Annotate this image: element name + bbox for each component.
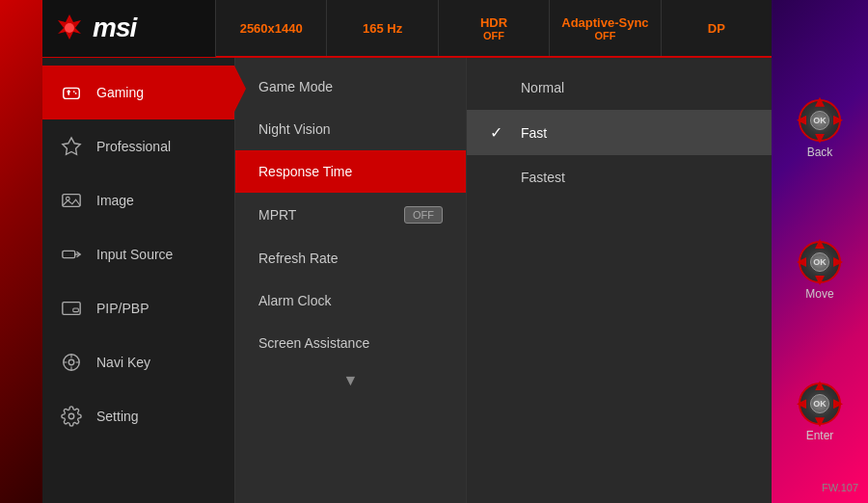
bg-left-decoration — [0, 0, 42, 503]
image-icon — [58, 187, 85, 214]
professional-icon — [58, 133, 85, 160]
logo-area: msi — [42, 0, 216, 57]
sidebar-pip-pbp-label: PIP/PBP — [96, 301, 149, 316]
stat-adaptive-sync-value: Adaptive-Sync — [561, 15, 648, 30]
stat-resolution: 2560x1440 — [216, 0, 327, 56]
move-label: Move — [805, 287, 833, 301]
sidebar-item-navi-key[interactable]: Navi Key — [42, 335, 234, 389]
sidebar-gaming-label: Gaming — [96, 85, 144, 100]
move-button[interactable]: OK Move — [799, 241, 841, 301]
sidebar-item-setting[interactable]: Setting — [42, 389, 234, 443]
menu-alarm-clock[interactable]: Alarm Clock — [235, 279, 466, 322]
stat-hdr-sub: OFF — [483, 30, 504, 41]
firmware-version: FW.107 — [822, 482, 858, 493]
menu-mprt-label: MPRT — [258, 207, 296, 223]
enter-button[interactable]: OK Enter — [799, 383, 841, 442]
sidebar-image-label: Image — [96, 193, 134, 208]
move-dpad-right — [833, 257, 843, 267]
svg-point-16 — [68, 359, 74, 365]
gaming-icon — [58, 79, 85, 106]
stat-input-value: DP — [708, 21, 725, 36]
option-normal-check — [490, 79, 509, 96]
sidebar-item-gaming[interactable]: Gaming — [42, 66, 234, 119]
sidebar-setting-label: Setting — [96, 409, 139, 424]
option-fast-check: ✓ — [490, 123, 509, 142]
move-dpad: OK — [799, 241, 841, 283]
menu-alarm-clock-label: Alarm Clock — [258, 293, 331, 308]
stat-hdr: HDR OFF — [439, 0, 550, 56]
back-dpad: OK — [799, 99, 841, 142]
msi-dragon-icon — [54, 13, 85, 43]
stat-adaptive-sync-sub: OFF — [594, 30, 615, 41]
stat-hdr-value: HDR — [480, 15, 507, 30]
header-stats: 2560x1440 165 Hz HDR OFF Adaptive-Sync O… — [216, 0, 772, 56]
move-dpad-ring: OK — [799, 241, 841, 283]
stat-refresh-value: 165 Hz — [363, 21, 402, 36]
move-dpad-left — [797, 257, 806, 267]
option-fast-label: Fast — [521, 125, 547, 141]
right-panel: Normal ✓ Fast Fastest — [467, 58, 772, 503]
sidebar-input-source-label: Input Source — [96, 247, 173, 262]
svg-point-6 — [73, 91, 75, 93]
enter-dpad: OK — [799, 383, 841, 425]
navi-key-icon — [58, 349, 85, 376]
svg-rect-11 — [63, 251, 75, 257]
middle-panel: Game Mode Night Vision Response Time MPR… — [235, 58, 467, 503]
svg-rect-2 — [64, 88, 80, 98]
sidebar-item-input-source[interactable]: Input Source — [42, 227, 234, 281]
pip-pbp-icon — [58, 295, 85, 322]
option-normal[interactable]: Normal — [467, 66, 772, 110]
svg-point-21 — [68, 413, 74, 419]
option-fastest-label: Fastest — [521, 170, 565, 185]
sidebar-item-professional[interactable]: Professional — [42, 119, 234, 173]
option-fastest-check — [490, 169, 509, 186]
svg-point-1 — [65, 23, 74, 33]
enter-dpad-ring: OK — [799, 383, 841, 425]
option-fastest[interactable]: Fastest — [467, 155, 772, 199]
menu-night-vision[interactable]: Night Vision — [235, 108, 466, 150]
menu-night-vision-label: Night Vision — [258, 121, 330, 137]
svg-point-7 — [75, 93, 77, 94]
menu-mprt[interactable]: MPRT OFF — [235, 193, 466, 237]
sidebar: Gaming Professional — [42, 58, 235, 503]
back-dpad-ring: OK — [799, 99, 841, 142]
stat-input: DP — [662, 0, 772, 56]
back-dpad-left — [797, 116, 806, 125]
sidebar-item-image[interactable]: Image — [42, 173, 234, 227]
menu-screen-assistance-label: Screen Assistance — [258, 335, 369, 351]
enter-label: Enter — [806, 429, 834, 442]
scroll-down-arrow[interactable]: ▼ — [235, 364, 466, 397]
msi-brand-text: msi — [93, 13, 136, 43]
move-dpad-center: OK — [810, 252, 829, 272]
enter-dpad-center: OK — [810, 394, 829, 413]
back-dpad-right — [833, 116, 843, 125]
controls-sidebar: OK Back OK Move OK Enter FW.107 — [772, 0, 868, 503]
menu-response-time[interactable]: Response Time — [235, 150, 466, 193]
menu-game-mode-label: Game Mode — [258, 79, 333, 94]
back-dpad-center: OK — [810, 111, 829, 130]
svg-marker-8 — [63, 138, 80, 154]
menu-game-mode[interactable]: Game Mode — [235, 66, 466, 108]
stat-adaptive-sync: Adaptive-Sync OFF — [550, 0, 661, 56]
back-label: Back — [807, 146, 833, 159]
input-source-icon — [58, 241, 85, 268]
sidebar-navi-key-label: Navi Key — [96, 355, 150, 370]
option-normal-label: Normal — [521, 80, 564, 95]
setting-icon — [58, 403, 85, 430]
menu-refresh-rate[interactable]: Refresh Rate — [235, 237, 466, 279]
stat-refresh: 165 Hz — [327, 0, 438, 56]
back-button[interactable]: OK Back — [799, 99, 841, 159]
main-container: msi 2560x1440 165 Hz HDR OFF Adaptive-Sy… — [42, 0, 772, 503]
enter-dpad-right — [833, 399, 843, 409]
option-fast[interactable]: ✓ Fast — [467, 110, 772, 155]
content-area: Gaming Professional — [42, 58, 772, 503]
svg-rect-14 — [73, 308, 79, 312]
menu-refresh-rate-label: Refresh Rate — [258, 251, 338, 266]
menu-screen-assistance[interactable]: Screen Assistance — [235, 322, 466, 364]
svg-rect-9 — [63, 195, 80, 207]
mprt-toggle[interactable]: OFF — [404, 206, 443, 224]
sidebar-professional-label: Professional — [96, 139, 171, 154]
enter-dpad-left — [797, 399, 806, 409]
sidebar-item-pip-pbp[interactable]: PIP/PBP — [42, 281, 234, 335]
header: msi 2560x1440 165 Hz HDR OFF Adaptive-Sy… — [42, 0, 772, 58]
